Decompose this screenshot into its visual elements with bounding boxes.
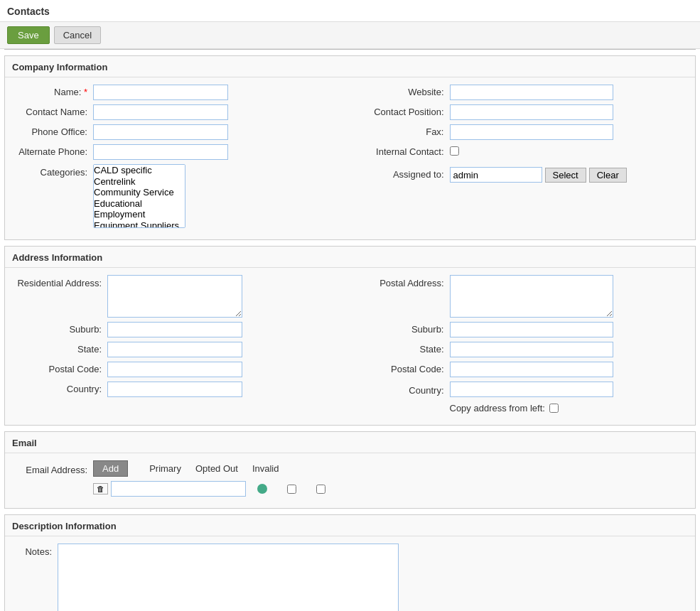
country-input[interactable]: [107, 382, 242, 397]
save-button-top[interactable]: Save: [7, 26, 50, 44]
notes-input[interactable]: [58, 544, 399, 611]
postal-address-input[interactable]: [450, 275, 613, 318]
suburb-input[interactable]: [107, 322, 242, 337]
postal-address-label: Postal Address:: [372, 275, 450, 288]
description-title: Description Information: [5, 515, 695, 536]
clear-button[interactable]: Clear: [589, 168, 627, 183]
phone-office-input[interactable]: [93, 124, 228, 140]
state2-input[interactable]: [450, 342, 613, 357]
name-required: *: [84, 87, 87, 97]
categories-label: Categories:: [15, 164, 93, 178]
website-label: Website:: [372, 85, 450, 97]
primary-radio[interactable]: [257, 484, 267, 494]
name-label: Name: *: [15, 85, 93, 97]
copy-address-label: Copy address from left:: [450, 403, 545, 413]
suburb-label: Suburb:: [15, 322, 107, 335]
email-section: Email Email Address: Add Primary Opted O…: [4, 431, 696, 509]
internal-contact-label: Internal Contact:: [372, 144, 450, 157]
postal-code2-label: Postal Code:: [372, 362, 450, 374]
email-input[interactable]: [111, 481, 246, 497]
assigned-to-label: Assigned to:: [372, 167, 450, 180]
address-info-section: Address Information Residential Address:…: [4, 246, 696, 426]
state-label: State:: [15, 342, 107, 355]
contact-position-label: Contact Position:: [372, 104, 450, 117]
cancel-button-top[interactable]: Cancel: [54, 26, 101, 44]
name-input[interactable]: [93, 85, 228, 100]
suburb2-label: Suburb:: [372, 322, 450, 335]
contact-name-label: Contact Name:: [15, 104, 93, 117]
notes-label: Notes:: [15, 544, 58, 557]
top-toolbar: Save Cancel: [0, 21, 700, 49]
country-label: Country:: [15, 382, 107, 394]
opted-out-checkbox[interactable]: [287, 485, 296, 494]
invalid-col-label: Invalid: [252, 463, 279, 474]
invalid-checkbox[interactable]: [316, 485, 325, 494]
assigned-to-input[interactable]: [450, 167, 542, 183]
country2-input[interactable]: [450, 382, 613, 397]
postal-code-input[interactable]: [107, 362, 242, 377]
internal-contact-checkbox[interactable]: [450, 146, 459, 156]
website-input[interactable]: [450, 85, 613, 100]
select-button[interactable]: Select: [545, 168, 586, 183]
fax-input[interactable]: [450, 124, 613, 140]
state-input[interactable]: [107, 342, 242, 357]
postal-code-label: Postal Code:: [15, 362, 107, 374]
description-section: Description Information Notes:: [4, 514, 696, 611]
company-info-section: Company Information Name: * Website:: [4, 55, 696, 240]
opted-out-col-label: Opted Out: [195, 463, 238, 474]
alternate-phone-input[interactable]: [93, 144, 228, 160]
copy-address-checkbox[interactable]: [549, 404, 559, 413]
email-address-label: Email Address:: [15, 463, 93, 475]
page-header: Contacts: [0, 0, 700, 21]
categories-list[interactable]: CALD specific Centrelink Community Servi…: [93, 164, 185, 228]
primary-col-label: Primary: [149, 463, 181, 474]
country2-label: Country:: [372, 383, 450, 396]
suburb2-input[interactable]: [450, 322, 613, 337]
address-info-title: Address Information: [5, 247, 695, 268]
page-title: Contacts: [7, 6, 50, 17]
contact-name-input[interactable]: [93, 104, 228, 120]
phone-office-label: Phone Office:: [15, 124, 93, 137]
email-title: Email: [5, 432, 695, 453]
fax-label: Fax:: [372, 124, 450, 137]
alternate-phone-label: Alternate Phone:: [15, 144, 93, 157]
contact-position-input[interactable]: [450, 104, 613, 120]
postal-code2-input[interactable]: [450, 362, 613, 377]
state2-label: State:: [372, 342, 450, 355]
residential-address-input[interactable]: [107, 275, 242, 318]
add-email-button[interactable]: Add: [93, 460, 128, 477]
company-info-title: Company Information: [5, 56, 695, 77]
delete-email-icon[interactable]: 🗑: [93, 483, 108, 494]
residential-address-label: Residential Address:: [15, 275, 107, 288]
